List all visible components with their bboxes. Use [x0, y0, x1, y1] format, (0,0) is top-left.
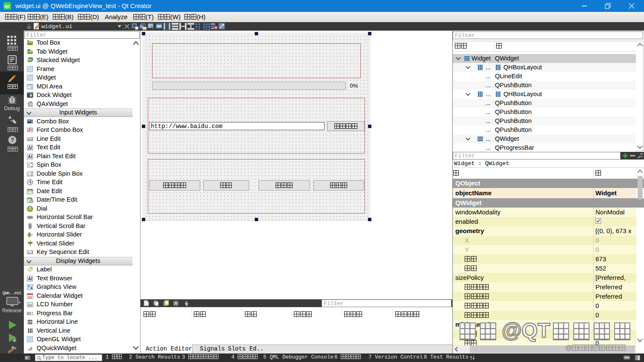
svg-text:qc: qc	[5, 3, 10, 9]
svg-text:AI: AI	[28, 154, 32, 159]
svg-text:ab: ab	[28, 138, 31, 141]
svg-text:1.2: 1.2	[28, 173, 32, 176]
svg-text:1: 1	[28, 163, 30, 167]
svg-text:12: 12	[157, 26, 161, 30]
svg-text:?: ?	[11, 137, 14, 143]
svg-text:12: 12	[28, 295, 32, 299]
svg-text:42: 42	[28, 303, 32, 307]
svg-text:ΔI: ΔI	[28, 145, 32, 150]
svg-text:AI: AI	[28, 276, 32, 281]
svg-text:ab: ab	[28, 251, 31, 254]
